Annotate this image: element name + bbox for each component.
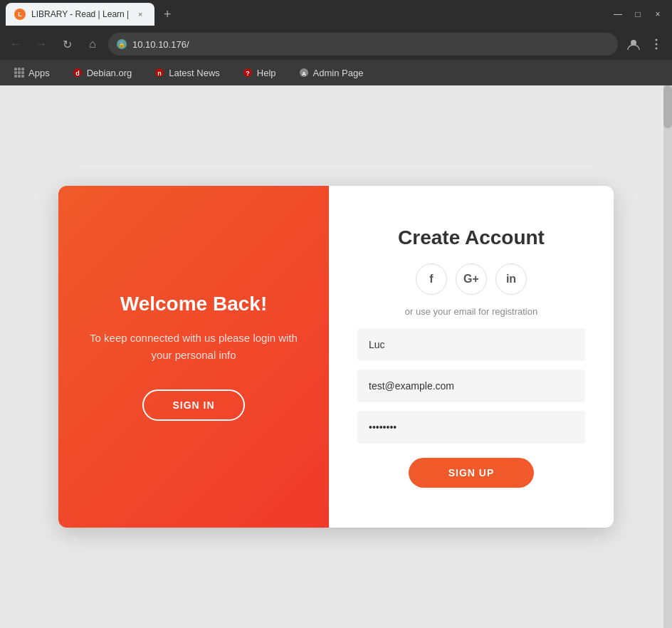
back-button[interactable]: ← — [6, 34, 26, 54]
maximize-button[interactable]: □ — [629, 9, 646, 20]
welcome-title: Welcome Back! — [120, 293, 267, 315]
tab-close-button[interactable]: × — [135, 9, 146, 20]
bookmark-apps-label: Apps — [28, 68, 50, 78]
news-icon: n — [154, 68, 164, 78]
apps-grid-icon — [14, 68, 24, 78]
home-button[interactable]: ⌂ — [83, 34, 103, 54]
bookmark-news-label: Latest News — [169, 68, 220, 78]
bookmark-news[interactable]: n Latest News — [149, 65, 226, 81]
active-tab[interactable]: L LIBRARY - Read | Learn | × — [6, 3, 154, 26]
create-account-title: Create Account — [398, 226, 545, 249]
scrollbar-thumb[interactable] — [663, 85, 672, 128]
admin-icon: A — [299, 68, 309, 78]
bookmark-debian-label: Debian.org — [87, 68, 132, 78]
left-panel: Welcome Back! To keep connected with us … — [58, 186, 329, 528]
facebook-button[interactable]: f — [416, 263, 447, 295]
window-controls: — □ × — [609, 9, 666, 20]
svg-text:A: A — [302, 70, 306, 77]
sign-in-button[interactable]: SIGN IN — [142, 389, 244, 421]
svg-point-3 — [656, 48, 658, 50]
bookmarks-bar: Apps d Debian.org n Latest News ? Help — [0, 60, 672, 85]
svg-point-2 — [656, 43, 658, 46]
address-right-icons — [624, 34, 666, 54]
google-button[interactable]: G+ — [456, 263, 487, 295]
registration-form — [357, 328, 585, 452]
right-panel: Create Account f G+ in or use your email… — [329, 186, 614, 528]
svg-text:d: d — [75, 70, 80, 77]
or-text: or use your email for registration — [405, 306, 537, 317]
password-input[interactable] — [357, 411, 585, 444]
bookmark-help[interactable]: ? Help — [237, 65, 282, 81]
profile-icon[interactable] — [624, 34, 644, 54]
minimize-button[interactable]: — — [609, 9, 626, 20]
address-bar: ← → ↻ ⌂ 🔒 10.10.10.176/ — [0, 28, 672, 60]
social-buttons: f G+ in — [416, 263, 527, 295]
svg-text:n: n — [158, 70, 162, 77]
tab-favicon: L — [14, 9, 26, 20]
new-tab-button[interactable]: + — [157, 4, 177, 24]
url-favicon-icon: 🔒 — [117, 39, 127, 49]
url-text: 10.10.10.176/ — [132, 39, 609, 50]
bookmark-debian[interactable]: d Debian.org — [67, 65, 138, 81]
help-icon: ? — [243, 68, 253, 78]
close-button[interactable]: × — [649, 9, 666, 20]
svg-text:?: ? — [246, 70, 250, 77]
page-content: Welcome Back! To keep connected with us … — [0, 85, 672, 628]
menu-icon[interactable] — [646, 34, 666, 54]
bookmark-apps[interactable]: Apps — [9, 65, 56, 81]
tab-title: LIBRARY - Read | Learn | — [31, 9, 129, 19]
auth-card: Welcome Back! To keep connected with us … — [58, 186, 614, 528]
name-input[interactable] — [357, 328, 585, 361]
scrollbar[interactable] — [663, 85, 672, 628]
forward-button[interactable]: → — [31, 34, 51, 54]
svg-point-1 — [656, 39, 658, 41]
browser-chrome: L LIBRARY - Read | Learn | × + — □ × ← →… — [0, 0, 672, 85]
url-bar[interactable]: 🔒 10.10.10.176/ — [108, 33, 618, 56]
welcome-subtitle: To keep connected with us please login w… — [87, 330, 300, 364]
tab-bar: L LIBRARY - Read | Learn | × + — [6, 3, 604, 26]
linkedin-button[interactable]: in — [495, 263, 527, 295]
sign-up-button[interactable]: SIGN UP — [409, 458, 535, 488]
title-bar: L LIBRARY - Read | Learn | × + — □ × — [0, 0, 672, 28]
bookmark-admin[interactable]: A Admin Page — [293, 65, 369, 81]
bookmark-admin-label: Admin Page — [313, 68, 364, 78]
refresh-button[interactable]: ↻ — [57, 34, 77, 54]
email-input[interactable] — [357, 370, 585, 402]
bookmark-help-label: Help — [257, 68, 276, 78]
debian-icon: d — [73, 68, 83, 78]
